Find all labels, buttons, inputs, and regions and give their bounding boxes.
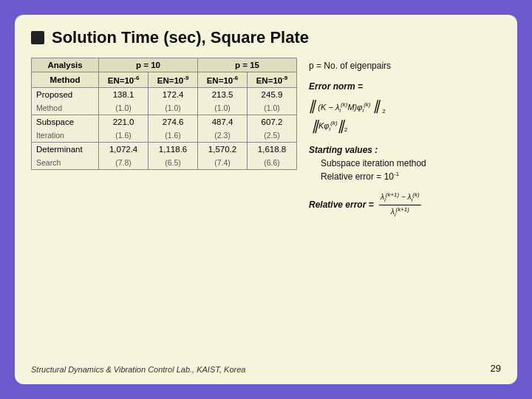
relative-error-text: Relative error = 10-1 (321, 171, 399, 182)
cell-proposed-p15-en6-ratio: (1.0) (198, 101, 248, 115)
cell-det-p15-en9: 1,618.8 (248, 142, 297, 156)
cell-det-p15-en6-ratio: (7.4) (198, 156, 248, 170)
data-table: Analysis p = 10 p = 15 Method EN=10-6 EN… (31, 58, 297, 170)
starting-values-info: Starting values : Subspace iteration met… (309, 143, 501, 183)
subspace-label: Subspace iteration method (321, 158, 426, 168)
page-number: 29 (491, 363, 501, 374)
cell-sub-p15-en9: 607.2 (248, 115, 297, 129)
relative-error-label: Relative error = (309, 200, 374, 210)
table-row: Iteration (1.6) (1.6) (2.3) (2.5) (32, 129, 297, 143)
row-search-label: Search (32, 156, 99, 170)
col-method-hdr: Method (32, 72, 99, 88)
table-row: Proposed 138.1 172.4 213.5 245.9 (32, 87, 297, 101)
norm2-kphi: Kφi(k) (318, 119, 338, 134)
header-row-2: Method EN=10-6 EN=10-9 EN=10-6 EN=10-9 (32, 72, 297, 88)
cell-proposed-p15-en9: 245.9 (248, 87, 297, 101)
cell-det-p15-en6: 1,570.2 (198, 142, 248, 156)
col-p15: p = 15 (198, 58, 297, 72)
col-en9-p10: EN=10-9 (149, 72, 198, 88)
error-norm-label: Error norm = (309, 81, 363, 92)
cell-sub-p10-en6-ratio: (1.6) (99, 129, 149, 143)
col-p10: p = 10 (99, 58, 198, 72)
cell-proposed-p10-en6-ratio: (1.0) (99, 101, 149, 115)
norm-numerator-text: (K − λi(k)M)φi(k) (318, 103, 370, 112)
norm-subscript-2-top: 2 (382, 101, 385, 112)
table-section: Analysis p = 10 p = 15 Method EN=10-6 EN… (31, 58, 297, 357)
col-en6-p10: EN=10-6 (99, 72, 149, 88)
eigenpairs-info: p = No. of eigenpairs (309, 59, 501, 72)
table-row: Subspace 221.0 274.6 487.4 607.2 (32, 115, 297, 129)
starting-label: Starting values : (309, 145, 378, 155)
table-row: Determinant 1,072.4 1,118.6 1,570.2 1,61… (32, 142, 297, 156)
cell-sub-p15-en6: 487.4 (198, 115, 248, 129)
error-norm-info: Error norm = ‖ (K − λi(k)M)φi(k) ‖ 2 ‖ K… (309, 80, 501, 136)
norm2-sub2: 2 (344, 118, 347, 134)
eigenpairs-label: p = No. of eigenpairs (309, 61, 391, 71)
cell-sub-p15-en9-ratio: (2.5) (248, 129, 297, 143)
table-row: Method (1.0) (1.0) (1.0) (1.0) (32, 101, 297, 115)
cell-sub-p10-en9-ratio: (1.6) (149, 129, 198, 143)
row-iteration-label: Iteration (32, 129, 99, 143)
header-row-1: Analysis p = 10 p = 15 (32, 58, 297, 72)
table-row: Search (7.8) (6.5) (7.4) (6.6) (32, 156, 297, 170)
cell-det-p10-en6: 1,072.4 (99, 142, 149, 156)
row-method-label: Method (32, 101, 99, 115)
cell-det-p15-en9-ratio: (6.6) (248, 156, 297, 170)
col-en6-p15: EN=10-6 (198, 72, 248, 88)
footer-citation: Structural Dynamics & Vibration Control … (31, 365, 245, 374)
cell-proposed-p10-en9: 172.4 (149, 87, 198, 101)
norm-close-bracket: ‖ (373, 98, 380, 113)
cell-sub-p10-en6: 221.0 (99, 115, 149, 129)
title-bullet (31, 31, 44, 44)
info-section: p = No. of eigenpairs Error norm = ‖ (K … (309, 58, 501, 357)
row-proposed-label: Proposed (32, 87, 99, 101)
cell-sub-p10-en9: 274.6 (149, 115, 198, 129)
relative-error-info: Relative error = λi(k+1) − λi(k) λi(k+1) (309, 191, 501, 220)
slide: Solution Time (sec), Square Plate Analys… (15, 15, 517, 384)
cell-proposed-p10-en9-ratio: (1.0) (149, 101, 198, 115)
cell-proposed-p10-en6: 138.1 (99, 87, 149, 101)
cell-proposed-p15-en9-ratio: (1.0) (248, 101, 297, 115)
footer: Structural Dynamics & Vibration Control … (31, 363, 501, 374)
cell-proposed-p15-en6: 213.5 (198, 87, 248, 101)
col-en9-p15: EN=10-9 (248, 72, 297, 88)
row-subspace-label: Subspace (32, 115, 99, 129)
norm2-close: ‖ (338, 116, 344, 136)
cell-det-p10-en6-ratio: (7.8) (99, 156, 149, 170)
slide-title: Solution Time (sec), Square Plate (52, 28, 309, 47)
col-analysis: Analysis (32, 58, 99, 72)
cell-sub-p15-en6-ratio: (2.3) (198, 129, 248, 143)
norm2-open: ‖ (312, 116, 318, 136)
relative-error-formula: λi(k+1) − λi(k) λi(k+1) (379, 200, 421, 209)
cell-det-p10-en9: 1,118.6 (149, 142, 198, 156)
cell-det-p10-en9-ratio: (6.5) (149, 156, 198, 170)
content-area: Analysis p = 10 p = 15 Method EN=10-6 EN… (31, 58, 501, 357)
norm-open-bracket: ‖ (309, 98, 316, 113)
row-det-label: Determinant (32, 142, 99, 156)
title-row: Solution Time (sec), Square Plate (31, 28, 501, 47)
